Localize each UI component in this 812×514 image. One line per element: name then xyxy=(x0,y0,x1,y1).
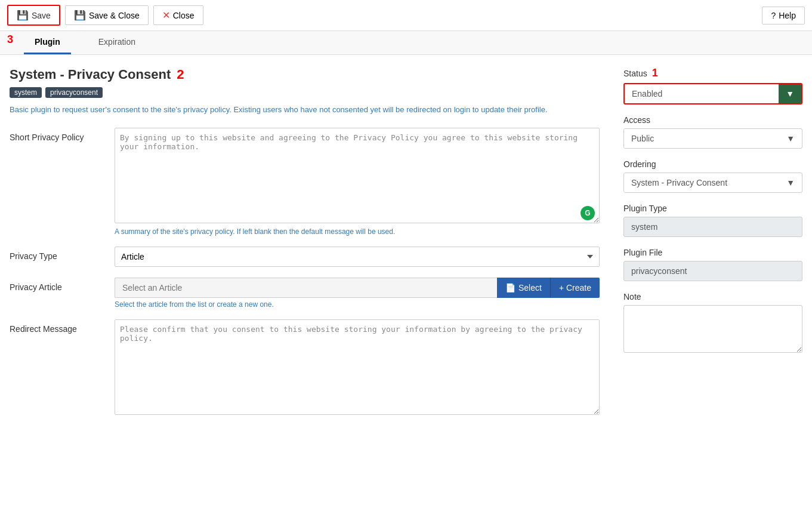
tab-plugin[interactable]: Plugin xyxy=(24,31,71,54)
privacy-article-row: Privacy Article 📄 Select + Create Select… xyxy=(10,278,600,309)
short-privacy-policy-textarea-wrap: By signing up to this website and agreei… xyxy=(115,128,600,225)
left-content: System - Privacy Consent 2 system privac… xyxy=(10,67,618,427)
article-input-row: 📄 Select + Create xyxy=(115,278,600,298)
access-arrow-icon[interactable]: ▼ xyxy=(779,129,802,148)
tab-expiration[interactable]: Expiration xyxy=(88,31,146,54)
right-sidebar: Status 1 Enabled ▼ Access Public ▼ Order… xyxy=(618,67,802,365)
redirect-message-label: Redirect Message xyxy=(10,319,105,334)
ordering-arrow-icon[interactable]: ▼ xyxy=(779,173,802,192)
privacy-article-label: Privacy Article xyxy=(10,278,105,292)
status-dropdown[interactable]: Enabled ▼ xyxy=(623,83,802,104)
help-icon: ? xyxy=(771,11,776,20)
redirect-message-row: Redirect Message Please confirm that you… xyxy=(10,319,600,417)
save-close-icon: 💾 xyxy=(74,10,86,21)
status-label: Status xyxy=(623,69,647,78)
status-section: Status 1 Enabled ▼ xyxy=(623,67,802,104)
access-label: Access xyxy=(623,115,802,125)
help-button[interactable]: ? Help xyxy=(762,7,805,24)
plugin-title-row: System - Privacy Consent 2 xyxy=(10,67,600,82)
short-privacy-policy-label: Short Privacy Policy xyxy=(10,128,105,142)
ordering-dropdown[interactable]: System - Privacy Consent ▼ xyxy=(623,173,802,193)
short-privacy-policy-hint: A summary of the site's privacy policy. … xyxy=(115,227,600,236)
create-label: + Create xyxy=(559,283,591,293)
plugin-type-label: Plugin Type xyxy=(623,204,802,213)
page-title-badge: 2 xyxy=(177,67,184,82)
status-badge: 1 xyxy=(652,67,658,79)
redirect-message-textarea-wrap: Please confirm that you consent to this … xyxy=(115,319,600,417)
redirect-message-wrap: Please confirm that you consent to this … xyxy=(115,319,600,417)
save-label: Save xyxy=(32,11,51,20)
help-label: Help xyxy=(779,11,796,20)
note-section: Note xyxy=(623,292,802,355)
privacy-type-label: Privacy Type xyxy=(10,247,105,261)
close-button[interactable]: ✕ Close xyxy=(153,5,203,25)
close-label: Close xyxy=(173,11,194,20)
note-label: Note xyxy=(623,292,802,301)
plugin-type-section: Plugin Type system xyxy=(623,204,802,237)
short-privacy-policy-input[interactable]: By signing up to this website and agreei… xyxy=(115,128,600,223)
privacy-article-create-button[interactable]: + Create xyxy=(550,278,600,298)
close-icon: ✕ xyxy=(162,10,170,21)
tabs-area: 3 Plugin Expiration xyxy=(0,31,812,55)
privacy-type-wrap: Article Menu Item xyxy=(115,247,600,267)
save-close-label: Save & Close xyxy=(89,11,140,20)
short-privacy-policy-wrap: By signing up to this website and agreei… xyxy=(115,128,600,236)
note-input[interactable] xyxy=(623,305,802,353)
status-label-row: Status 1 xyxy=(623,67,802,79)
file-icon: 📄 xyxy=(505,283,515,293)
access-dropdown[interactable]: Public ▼ xyxy=(623,128,802,149)
redirect-message-input[interactable]: Please confirm that you consent to this … xyxy=(115,319,600,415)
plugin-description: Basic plugin to request user's consent t… xyxy=(10,104,600,116)
page-title: System - Privacy Consent xyxy=(10,67,171,82)
select-label: Select xyxy=(518,283,542,293)
privacy-article-select-button[interactable]: 📄 Select xyxy=(497,278,550,298)
access-section: Access Public ▼ xyxy=(623,115,802,149)
save-close-button[interactable]: 💾 Save & Close xyxy=(65,5,149,25)
save-icon: 💾 xyxy=(17,10,29,21)
tags-row: system privacyconsent xyxy=(10,87,600,98)
tab-expiration-label: Expiration xyxy=(98,37,135,47)
plugin-type-value: system xyxy=(623,217,802,237)
toolbar: 💾 Save 💾 Save & Close ✕ Close ? Help xyxy=(0,0,812,31)
plugin-file-label: Plugin File xyxy=(623,248,802,257)
tag-privacyconsent: privacyconsent xyxy=(45,87,103,98)
access-value: Public xyxy=(624,129,779,148)
privacy-article-input[interactable] xyxy=(115,278,497,298)
status-value: Enabled xyxy=(625,84,779,103)
grammarly-icon: G xyxy=(581,206,595,220)
main-layout: System - Privacy Consent 2 system privac… xyxy=(0,55,812,439)
privacy-type-row: Privacy Type Article Menu Item xyxy=(10,247,600,267)
tag-system: system xyxy=(10,87,42,98)
plugin-file-section: Plugin File privacyconsent xyxy=(623,248,802,281)
tab-plugin-label: Plugin xyxy=(35,37,60,47)
ordering-value: System - Privacy Consent xyxy=(624,173,779,192)
privacy-type-select[interactable]: Article Menu Item xyxy=(115,247,600,267)
privacy-article-hint: Select the article from the list or crea… xyxy=(115,300,600,309)
status-arrow-icon[interactable]: ▼ xyxy=(779,84,801,103)
ordering-section: Ordering System - Privacy Consent ▼ xyxy=(623,159,802,193)
ordering-label: Ordering xyxy=(623,159,802,169)
save-button[interactable]: 💾 Save xyxy=(7,5,60,26)
privacy-article-wrap: 📄 Select + Create Select the article fro… xyxy=(115,278,600,309)
short-privacy-policy-row: Short Privacy Policy By signing up to th… xyxy=(10,128,600,236)
plugin-file-value: privacyconsent xyxy=(623,261,802,281)
tabs-badge: 3 xyxy=(7,33,13,46)
